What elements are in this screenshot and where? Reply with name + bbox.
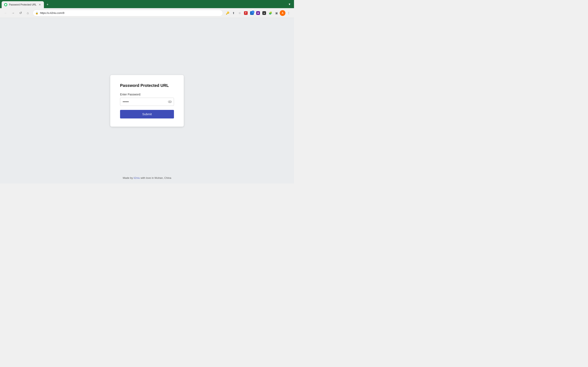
key-button[interactable]: 🔑	[225, 10, 230, 16]
bookmark-button[interactable]: ☆	[237, 10, 242, 16]
minimize-tabs-button[interactable]: ▾	[287, 1, 292, 7]
eye-icon	[168, 100, 172, 104]
browser-frame: Password Protected URL ✕ + ▾ ← → ↺ ⌂ 🔒	[0, 0, 294, 184]
extensions-button[interactable]: 🧩	[268, 10, 273, 16]
ext-feedly-button[interactable]: F	[243, 10, 249, 16]
extension-purple-icon: ◆	[256, 11, 260, 15]
badge-count: 3	[251, 11, 254, 13]
tab-bar-right: ▾	[287, 1, 292, 8]
tab-favicon-icon	[4, 3, 7, 6]
sidebar-button[interactable]: ▣	[274, 10, 279, 16]
submit-button[interactable]: Submit	[120, 110, 174, 118]
ext-purple-button[interactable]: ◆	[255, 10, 261, 16]
menu-button[interactable]: ⋮	[286, 10, 292, 16]
svg-point-1	[169, 101, 171, 102]
browser-toolbar: ← → ↺ ⌂ 🔒 🔑 ⬆ ☆ F	[0, 8, 294, 18]
url-input[interactable]	[40, 11, 220, 15]
active-tab[interactable]: Password Protected URL ✕	[2, 1, 44, 8]
toggle-password-button[interactable]	[168, 100, 172, 104]
lock-icon: 🔒	[35, 12, 38, 15]
password-input[interactable]	[120, 98, 174, 106]
tab-bar: Password Protected URL ✕ + ▾	[0, 0, 294, 8]
feedly-icon: F	[244, 11, 248, 15]
page-footer: Made by li2niu with love in Wuhan, China	[123, 176, 171, 179]
ext-blue-button[interactable]: T 3	[249, 10, 255, 16]
toolbar-actions: 🔑 ⬆ ☆ F T 3 ◆ ▲ 🧩	[225, 10, 292, 16]
forward-button[interactable]: →	[10, 10, 16, 16]
new-tab-button[interactable]: +	[45, 2, 51, 7]
address-bar[interactable]: 🔒	[33, 10, 223, 16]
share-button[interactable]: ⬆	[231, 10, 236, 16]
tab-close-button[interactable]: ✕	[38, 3, 42, 6]
home-button[interactable]: ⌂	[25, 10, 31, 16]
card-title: Password Protected URL	[120, 83, 174, 88]
back-button[interactable]: ←	[2, 10, 9, 16]
tab-title: Password Protected URL	[9, 3, 36, 6]
profile-avatar[interactable]: A	[280, 10, 285, 16]
password-field-wrapper	[120, 98, 174, 106]
page-content: Password Protected URL Enter Password: S…	[0, 18, 294, 184]
extension-dark-icon: ▲	[262, 11, 266, 15]
reload-button[interactable]: ↺	[17, 10, 24, 16]
password-label: Enter Password:	[120, 93, 174, 96]
ext-dark-button[interactable]: ▲	[261, 10, 267, 16]
password-card: Password Protected URL Enter Password: S…	[110, 75, 184, 127]
footer-link[interactable]: li2niu	[134, 176, 140, 179]
